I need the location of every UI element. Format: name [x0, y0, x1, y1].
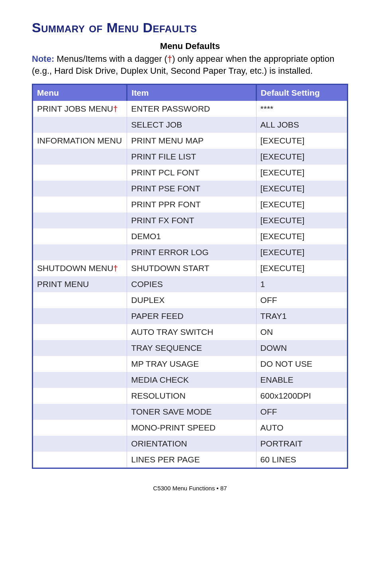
col-header-menu: Menu [33, 85, 127, 101]
page-footer: C5300 Menu Functions • 87 [32, 485, 348, 492]
menu-defaults-table: Menu Item Default Setting PRINT JOBS MEN… [32, 84, 348, 469]
note-text-1: Menus/Items with a dagger ( [54, 54, 167, 64]
table-row: PRINT PPR FONT[EXECUTE] [33, 197, 348, 212]
cell-default: 60 LINES [256, 452, 347, 468]
table-row: PRINT PCL FONT[EXECUTE] [33, 165, 348, 181]
table-body: PRINT JOBS MENU†ENTER PASSWORD****SELECT… [33, 101, 348, 468]
cell-default: ON [256, 324, 347, 340]
cell-default: 1 [256, 276, 347, 292]
note-label: Note: [32, 54, 54, 64]
cell-default: TRAY1 [256, 308, 347, 324]
cell-menu [33, 324, 127, 340]
cell-item: MONO-PRINT SPEED [127, 420, 256, 436]
table-row: DUPLEXOFF [33, 292, 348, 308]
table-row: RESOLUTION600x1200DPI [33, 388, 348, 404]
table-row: PRINT ERROR LOG[EXECUTE] [33, 244, 348, 260]
cell-default: AUTO [256, 420, 347, 436]
cell-menu [33, 388, 127, 404]
cell-default: [EXECUTE] [256, 165, 347, 181]
cell-menu [33, 212, 127, 228]
cell-item: PRINT PPR FONT [127, 197, 256, 212]
table-row: MONO-PRINT SPEEDAUTO [33, 420, 348, 436]
table-row: TRAY SEQUENCEDOWN [33, 340, 348, 356]
cell-item: COPIES [127, 276, 256, 292]
cell-menu [33, 452, 127, 468]
note-paragraph: Note: Menus/Items with a dagger (†) only… [32, 53, 348, 77]
cell-default: [EXECUTE] [256, 212, 347, 228]
cell-item: TONER SAVE MODE [127, 404, 256, 420]
cell-default: ALL JOBS [256, 117, 347, 133]
cell-menu [33, 244, 127, 260]
cell-item: PRINT MENU MAP [127, 133, 256, 149]
cell-default: [EXECUTE] [256, 181, 347, 197]
dagger-icon: † [113, 104, 118, 113]
cell-default: [EXECUTE] [256, 244, 347, 260]
cell-default: [EXECUTE] [256, 149, 347, 165]
table-row: INFORMATION MENUPRINT MENU MAP[EXECUTE] [33, 133, 348, 149]
cell-default: 600x1200DPI [256, 388, 347, 404]
cell-menu [33, 149, 127, 165]
cell-default: OFF [256, 292, 347, 308]
cell-item: TRAY SEQUENCE [127, 340, 256, 356]
cell-menu [33, 436, 127, 452]
cell-menu: PRINT MENU [33, 276, 127, 292]
cell-item: ORIENTATION [127, 436, 256, 452]
table-caption: Menu Defaults [32, 41, 348, 51]
cell-item: ENTER PASSWORD [127, 101, 256, 117]
cell-default: ENABLE [256, 372, 347, 388]
table-row: PRINT MENUCOPIES1 [33, 276, 348, 292]
table-row: SHUTDOWN MENU†SHUTDOWN START[EXECUTE] [33, 260, 348, 276]
table-row: ORIENTATIONPORTRAIT [33, 436, 348, 452]
cell-default: [EXECUTE] [256, 260, 347, 276]
cell-menu [33, 404, 127, 420]
dagger-icon: † [113, 264, 118, 273]
cell-menu-text: PRINT MENU [37, 279, 89, 289]
cell-menu [33, 420, 127, 436]
cell-default: DO NOT USE [256, 356, 347, 372]
cell-default: [EXECUTE] [256, 197, 347, 212]
dagger-icon: † [167, 54, 172, 64]
table-row: MEDIA CHECKENABLE [33, 372, 348, 388]
table-row: LINES PER PAGE60 LINES [33, 452, 348, 468]
table-row: SELECT JOBALL JOBS [33, 117, 348, 133]
cell-default: **** [256, 101, 347, 117]
cell-menu: INFORMATION MENU [33, 133, 127, 149]
cell-item: PRINT PCL FONT [127, 165, 256, 181]
cell-item: AUTO TRAY SWITCH [127, 324, 256, 340]
cell-item: LINES PER PAGE [127, 452, 256, 468]
col-header-default: Default Setting [256, 85, 347, 101]
cell-menu-text: SHUTDOWN MENU [37, 264, 113, 273]
cell-default: PORTRAIT [256, 436, 347, 452]
table-row: MP TRAY USAGEDO NOT USE [33, 356, 348, 372]
cell-default: [EXECUTE] [256, 228, 347, 244]
cell-menu [33, 372, 127, 388]
cell-item: DUPLEX [127, 292, 256, 308]
cell-menu [33, 308, 127, 324]
cell-item: RESOLUTION [127, 388, 256, 404]
table-header-row: Menu Item Default Setting [33, 85, 348, 101]
cell-item: PRINT PSE FONT [127, 181, 256, 197]
cell-item: SELECT JOB [127, 117, 256, 133]
table-row: PRINT FX FONT[EXECUTE] [33, 212, 348, 228]
cell-menu [33, 340, 127, 356]
cell-menu [33, 165, 127, 181]
cell-menu [33, 292, 127, 308]
cell-default: DOWN [256, 340, 347, 356]
cell-item: PRINT FX FONT [127, 212, 256, 228]
table-row: PAPER FEEDTRAY1 [33, 308, 348, 324]
cell-item: PAPER FEED [127, 308, 256, 324]
table-row: TONER SAVE MODEOFF [33, 404, 348, 420]
col-header-item: Item [127, 85, 256, 101]
cell-item: MEDIA CHECK [127, 372, 256, 388]
cell-menu [33, 181, 127, 197]
cell-menu: PRINT JOBS MENU† [33, 101, 127, 117]
cell-menu [33, 197, 127, 212]
cell-menu-text: PRINT JOBS MENU [37, 104, 113, 113]
cell-default: OFF [256, 404, 347, 420]
cell-item: MP TRAY USAGE [127, 356, 256, 372]
cell-menu [33, 356, 127, 372]
cell-menu-text: INFORMATION MENU [37, 136, 122, 145]
cell-item: PRINT FILE LIST [127, 149, 256, 165]
cell-item: SHUTDOWN START [127, 260, 256, 276]
table-row: PRINT PSE FONT[EXECUTE] [33, 181, 348, 197]
